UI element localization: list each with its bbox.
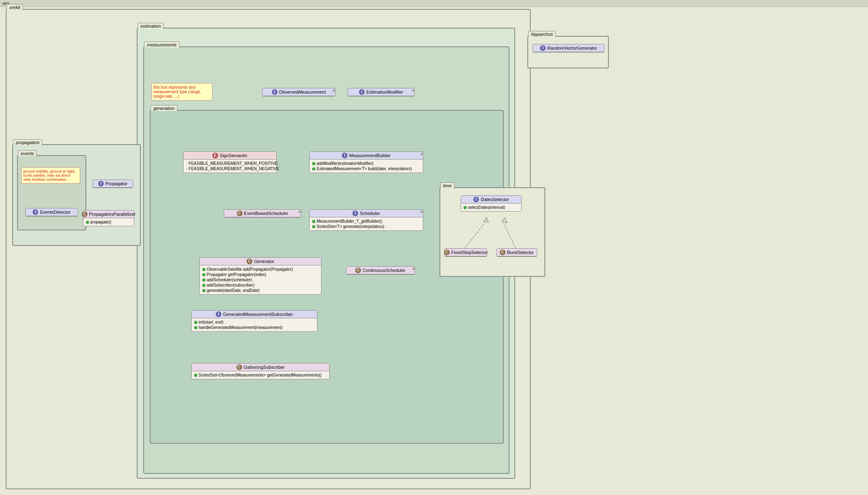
scheduler-class[interactable]: I Scheduler MeasurementBuilder_T_getBuil… [309, 209, 423, 231]
continuous-scheduler-class[interactable]: C ContinuousScheduler [346, 266, 415, 275]
measurement-builder-class[interactable]: I MeasurementBuilder addModifier(estimat… [309, 151, 423, 173]
rvg-name: RandomVectorGenerator [547, 46, 597, 50]
generation-label: generation [151, 105, 177, 111]
fss-name: FixedStepSelector [451, 250, 488, 255]
pp-method-1: propagate() [86, 219, 131, 225]
propagator-name: Propagator [105, 181, 127, 186]
pp-name: PropagatorsParallelizer [89, 212, 136, 217]
bs-name: BurstSelector [507, 250, 534, 255]
gms-method-2: handleGeneratedMeasurement(measurement) [194, 325, 315, 330]
scheduler-method-1: MeasurementBuilder_T_getBuilder() [312, 219, 420, 224]
sign-semantic-badge: E [212, 153, 218, 158]
sign-semantic-name: SignSemantic [220, 153, 247, 158]
generation-package: generation E SignSemantic ◦ FEASIBLE_MEA… [150, 110, 504, 444]
ebs-badge: C [237, 210, 243, 216]
ds-badge: I [473, 197, 479, 202]
observed-measurement-badge: I [272, 89, 278, 95]
estimation-modifier-name: EstimationModifier [366, 90, 403, 94]
ds-name: DatesSelector [481, 197, 509, 202]
gms-method-1: init(start, end) [194, 320, 315, 325]
svg-line-46 [503, 223, 516, 248]
estimation-modifier-badge: I [359, 89, 365, 95]
measurement-type-note: this box represents any measurement type… [151, 83, 212, 101]
burst-selector-class[interactable]: C BurstSelector [496, 248, 537, 257]
propagators-parallelizer-class[interactable]: C PropagatorsParallelizer propagate() [83, 210, 134, 226]
propagation-package: propagation events ground visibility, gr… [12, 144, 141, 246]
gms-class[interactable]: I GeneratedMeasurementSubscriber init(st… [191, 310, 317, 332]
events-note-text: ground visibility, ground at night, sunl… [23, 169, 75, 182]
cs-badge: C [355, 267, 361, 273]
sign-semantic-class[interactable]: E SignSemantic ◦ FEASIBLE_MEASUREMENT_WH… [183, 151, 277, 173]
generator-method-1: ObservableSatellite addPropagator(Propag… [202, 267, 319, 272]
generator-method-5: generate(startDate, endDate) [202, 288, 319, 293]
mb-name: MeasurementBuilder [349, 153, 391, 158]
sign-semantic-field-1: ◦ FEASIBLE_MEASUREMENT_WHEN_POSITIVE [186, 161, 274, 166]
generator-method-3: addScheduler(scheduler) [202, 277, 319, 283]
observed-measurement-name: ObservedMeasurement [279, 90, 326, 94]
gms-name: GeneratedMeasurementSubscriber [223, 312, 293, 317]
estimation-label: estimation [138, 23, 164, 29]
svg-line-44 [465, 223, 485, 248]
hipparchus-package: hipparchus I RandomVectorGenerator [527, 36, 609, 68]
ed-name: EventsDetector [40, 210, 70, 215]
gathering-subscriber-class[interactable]: C GatheringSubscriber SortedSet<Observed… [191, 363, 330, 379]
generator-badge: C [247, 258, 252, 264]
event-based-scheduler-class[interactable]: C EventBasedScheduler [224, 209, 301, 218]
scheduler-name: Scheduler [360, 211, 380, 216]
events-package: events ground visibility, ground at nigh… [17, 155, 86, 230]
gs-name: GatheringSubscriber [244, 365, 285, 370]
sign-semantic-field-2: ◦ FEASIBLE_MEASUREMENT_WHEN_NEGATIVE [186, 166, 274, 171]
time-label: time [440, 182, 455, 188]
propagation-label: propagation [13, 139, 42, 145]
svg-marker-45 [484, 218, 488, 222]
pp-badge: C [82, 211, 87, 217]
scheduler-method-2: SortedSet<T> generate(interpolators) [312, 224, 420, 229]
ds-method-1: selectDates(interval) [464, 205, 519, 210]
svg-marker-47 [502, 218, 507, 223]
generator-name: Generator [254, 259, 274, 264]
gs-method-1: SortedSet<ObservedMeasurements> getGener… [194, 372, 327, 378]
gms-badge: I [216, 311, 221, 317]
rvg-badge: I [540, 45, 546, 51]
bs-badge: C [500, 250, 505, 255]
mb-method-1: addModifier(estimationModifier) [312, 161, 420, 166]
fss-badge: C [444, 250, 450, 255]
cs-name: ContinuousScheduler [363, 268, 405, 273]
generator-class[interactable]: C Generator ObservableSatellite addPropa… [199, 257, 321, 295]
observed-measurement-class[interactable]: I ObservedMeasurement [262, 88, 335, 96]
time-package: time I DatesSelector selectDates(interva… [439, 187, 545, 277]
orekit-label: orekit [7, 4, 23, 10]
events-note: ground visibility, ground at night, sunl… [21, 167, 80, 184]
generator-method-4: addSubscriber(subscriber) [202, 283, 319, 288]
rvg-class[interactable]: I RandomVectorGenerator [532, 44, 605, 53]
propagator-class[interactable]: I Propagator [92, 180, 133, 188]
gs-badge: C [236, 364, 242, 370]
estimation-modifier-class[interactable]: I EstimationModifier [348, 88, 415, 96]
propagator-badge: I [98, 181, 104, 186]
events-detector-class[interactable]: I EventsDetector [25, 208, 78, 217]
ed-badge: I [33, 209, 38, 215]
mb-badge: I [342, 153, 348, 158]
measurements-label: measurements [144, 42, 179, 48]
mb-method-2: EstimatedMeasurement<T> build(date, inte… [312, 166, 420, 171]
dates-selector-class[interactable]: I DatesSelector selectDates(interval) [461, 195, 522, 212]
generator-method-2: Propagator getPropagator(index) [202, 272, 319, 277]
scheduler-badge: I [352, 210, 358, 216]
top-bar: org [0, 0, 868, 7]
ebs-name: EventBasedScheduler [244, 211, 289, 216]
events-label: events [18, 150, 37, 156]
fixed-step-selector-class[interactable]: C FixedStepSelector [444, 248, 487, 257]
measurement-type-note-text: this box represents any measurement type… [153, 85, 201, 99]
hipparchus-label: hipparchus [528, 31, 556, 37]
